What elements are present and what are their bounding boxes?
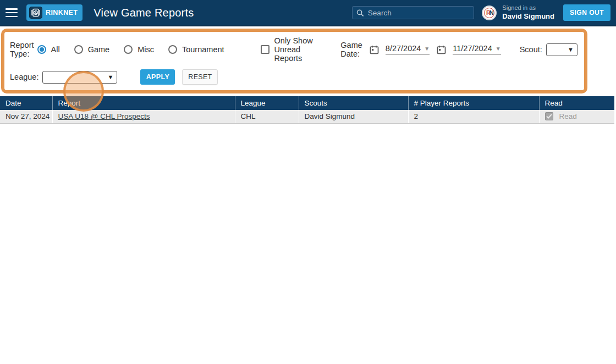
radio-game[interactable]: Game — [74, 45, 110, 54]
column-header-player-reports[interactable]: # Player Reports — [408, 96, 539, 110]
scout-label: Scout: — [520, 45, 542, 54]
unread-only-checkbox[interactable] — [261, 45, 270, 54]
table-row: Nov 27, 2024 USA U18 @ CHL Prospects CHL… — [0, 110, 614, 123]
filter-panel: Report Type: All Game Misc Tournament On… — [1, 29, 587, 93]
game-date-to-field[interactable]: 11/27/2024 ▼ — [453, 44, 501, 55]
chevron-down-icon: ▼ — [496, 46, 501, 52]
sign-out-button[interactable]: SIGN OUT — [563, 4, 610, 21]
reports-table: Date Report League Scouts # Player Repor… — [0, 96, 614, 124]
radio-game-icon — [74, 45, 83, 54]
calendar-icon-from[interactable] — [370, 45, 379, 54]
radio-tournament-label: Tournament — [182, 45, 224, 54]
person-badge-icon — [29, 7, 42, 19]
report-type-label: Report Type: — [10, 41, 34, 58]
radio-game-label: Game — [88, 45, 110, 54]
table-header-row: Date Report League Scouts # Player Repor… — [0, 96, 614, 110]
signed-in-status: Signed in as David Sigmund — [502, 4, 554, 21]
page-title: View Game Reports — [94, 7, 194, 19]
rinknet-logo-button[interactable]: RINKNET — [26, 4, 82, 21]
read-status-label: Read — [559, 112, 577, 120]
search-icon — [356, 9, 364, 17]
column-header-report[interactable]: Report — [52, 96, 235, 110]
cell-league: CHL — [235, 110, 299, 123]
chevron-down-icon: ▼ — [568, 46, 574, 53]
reset-button[interactable]: RESET — [182, 69, 218, 85]
scout-select[interactable]: ▼ — [546, 43, 578, 56]
signed-in-username: David Sigmund — [502, 12, 554, 21]
radio-tournament[interactable]: Tournament — [168, 45, 224, 54]
avatar[interactable]: RN — [482, 5, 497, 20]
unread-only-label: Only Show Unread Reports — [274, 36, 321, 63]
radio-all-label: All — [51, 45, 60, 54]
chevron-down-icon: ▼ — [424, 46, 430, 52]
cell-player-reports: 2 — [408, 110, 539, 123]
check-icon — [546, 114, 552, 119]
read-checkbox[interactable] — [545, 112, 553, 120]
apply-button[interactable]: APPLY — [140, 69, 175, 85]
report-link[interactable]: USA U18 @ CHL Prospects — [58, 112, 150, 120]
radio-misc-icon — [124, 45, 133, 54]
game-date-from-field[interactable]: 8/27/2024 ▼ — [386, 44, 430, 55]
app-header: RINKNET View Game Reports RN Signed in a… — [0, 0, 616, 26]
cell-date: Nov 27, 2024 — [0, 110, 52, 123]
game-date-from-value: 8/27/2024 — [386, 44, 421, 53]
search-box[interactable] — [352, 6, 474, 19]
game-date-to-value: 11/27/2024 — [453, 44, 492, 53]
filter-row-2: League: ▼ APPLY RESET — [10, 69, 578, 85]
radio-misc[interactable]: Misc — [124, 45, 154, 54]
signed-in-prefix: Signed in as — [502, 4, 554, 12]
league-select[interactable]: ▼ — [42, 71, 117, 84]
column-header-date[interactable]: Date — [0, 96, 52, 110]
column-header-league[interactable]: League — [235, 96, 299, 110]
radio-all-icon — [37, 45, 46, 54]
search-input[interactable] — [368, 9, 470, 17]
cell-scouts: David Sigmund — [299, 110, 408, 123]
calendar-icon-to[interactable] — [437, 45, 446, 54]
report-type-radio-group: All Game Misc Tournament — [37, 45, 239, 54]
league-label: League: — [10, 73, 38, 81]
column-header-read[interactable]: Read — [539, 96, 614, 110]
column-header-scouts[interactable]: Scouts — [299, 96, 408, 110]
logo-label: RINKNET — [46, 9, 78, 16]
radio-all[interactable]: All — [37, 45, 60, 54]
game-date-label: Game Date: — [340, 41, 362, 58]
radio-misc-label: Misc — [138, 45, 154, 54]
chevron-down-icon: ▼ — [108, 74, 114, 80]
menu-icon[interactable] — [6, 8, 18, 17]
radio-tournament-icon — [168, 45, 177, 54]
filter-row-1: Report Type: All Game Misc Tournament On… — [10, 36, 578, 63]
